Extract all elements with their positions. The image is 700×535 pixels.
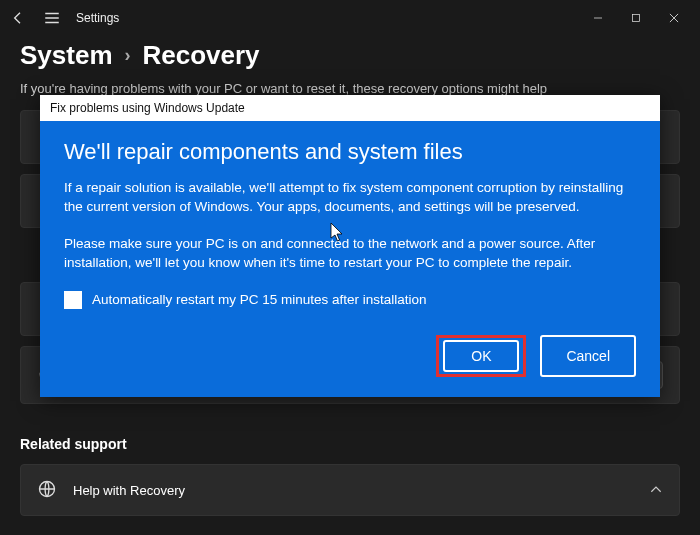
close-button[interactable] bbox=[664, 8, 684, 28]
dialog-paragraph-1: If a repair solution is available, we'll… bbox=[64, 179, 636, 217]
checkbox-label: Automatically restart my PC 15 minutes a… bbox=[92, 292, 427, 307]
breadcrumb: System › Recovery bbox=[0, 36, 700, 81]
dialog-paragraph-2: Please make sure your PC is on and conne… bbox=[64, 235, 636, 273]
maximize-button[interactable] bbox=[626, 8, 646, 28]
svg-rect-0 bbox=[633, 15, 640, 22]
ok-button[interactable]: OK bbox=[443, 340, 519, 372]
checkbox-icon[interactable] bbox=[64, 291, 82, 309]
dialog-heading: We'll repair components and system files bbox=[64, 139, 636, 165]
breadcrumb-separator: › bbox=[125, 45, 131, 66]
auto-restart-checkbox-row[interactable]: Automatically restart my PC 15 minutes a… bbox=[64, 291, 636, 309]
chevron-up-icon bbox=[649, 483, 663, 497]
back-button[interactable] bbox=[8, 8, 28, 28]
related-support-heading: Related support bbox=[0, 418, 700, 456]
intro-text: If you're having problems with your PC o… bbox=[0, 81, 700, 96]
breadcrumb-root[interactable]: System bbox=[20, 40, 113, 71]
related-item-label: Help with Recovery bbox=[73, 483, 635, 498]
minimize-button[interactable] bbox=[588, 8, 608, 28]
help-with-recovery-card[interactable]: Help with Recovery bbox=[20, 464, 680, 516]
hamburger-menu-icon[interactable] bbox=[42, 8, 62, 28]
app-title: Settings bbox=[76, 11, 119, 25]
dialog-titlebar: Fix problems using Windows Update bbox=[40, 95, 660, 121]
dialog-title: Fix problems using Windows Update bbox=[50, 101, 245, 115]
globe-icon bbox=[37, 479, 59, 501]
ok-highlight-annotation: OK bbox=[436, 335, 526, 377]
cancel-button[interactable]: Cancel bbox=[540, 335, 636, 377]
repair-dialog: Fix problems using Windows Update We'll … bbox=[40, 95, 660, 397]
window-titlebar: Settings bbox=[0, 0, 700, 36]
breadcrumb-current: Recovery bbox=[143, 40, 260, 71]
